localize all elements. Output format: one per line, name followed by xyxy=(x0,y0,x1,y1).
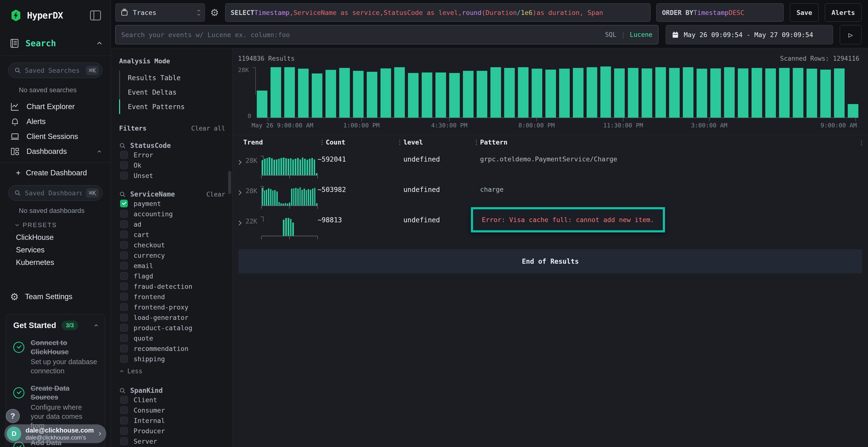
date-range-picker[interactable]: May 26 09:09:54 - May 27 09:09:54 xyxy=(666,25,833,44)
filter-clear-link[interactable]: Clear xyxy=(207,191,225,198)
filter-option-flagd[interactable]: flagd xyxy=(119,271,225,281)
sidebar-item-team-settings[interactable]: Team Settings xyxy=(0,289,111,304)
filters-scrollbar-thumb[interactable] xyxy=(228,171,231,194)
filters-clear-all-link[interactable]: Clear all xyxy=(191,125,225,132)
highlighted-pattern-box[interactable]: Error: Visa cache full: cannot add new i… xyxy=(471,207,665,232)
chevron-up-icon[interactable] xyxy=(97,42,101,46)
event-search-input[interactable] xyxy=(121,31,600,38)
sidebar-item-search[interactable]: Search xyxy=(0,31,111,56)
filter-option-product-catalog[interactable]: product-catalog xyxy=(119,323,225,333)
create-dashboard-button[interactable]: + Create Dashboard xyxy=(0,165,111,181)
chevron-up-icon[interactable] xyxy=(98,150,101,154)
pattern-row[interactable]: 22K~98813undefinedError: Visa cache full… xyxy=(236,213,865,240)
column-header-count[interactable]: Count xyxy=(317,138,395,146)
checkbox-unchecked[interactable] xyxy=(120,262,128,270)
filter-option-load-generator[interactable]: load-generator xyxy=(119,312,225,322)
filter-option-client[interactable]: Client xyxy=(119,395,225,405)
preset-services[interactable]: Services xyxy=(0,244,111,256)
checkbox-unchecked[interactable] xyxy=(120,334,128,342)
pattern-row[interactable]: 28K~592041undefinedgrpc.oteldemo.Payment… xyxy=(236,152,865,179)
presets-toggle[interactable]: PRESETS xyxy=(16,221,111,229)
filter-option-checkout[interactable]: checkout xyxy=(119,240,225,250)
filter-option-internal[interactable]: Internal xyxy=(119,415,225,425)
user-menu[interactable]: D dale@clickhouse.com dale@clickhouse.co… xyxy=(4,424,106,443)
alerts-button[interactable]: Alerts xyxy=(825,3,862,22)
checkbox-unchecked[interactable] xyxy=(120,210,128,218)
preset-kubernetes[interactable]: Kubernetes xyxy=(0,256,111,269)
filter-option-server[interactable]: Server xyxy=(119,436,225,446)
filter-option-error[interactable]: Error xyxy=(119,150,225,160)
filter-option-ad[interactable]: ad xyxy=(119,219,225,229)
language-sql-toggle[interactable]: SQL xyxy=(605,31,616,38)
source-select[interactable]: Traces xyxy=(115,3,205,22)
column-header-pattern[interactable]: Pattern xyxy=(472,138,865,146)
column-header-trend[interactable]: Trend xyxy=(236,138,317,146)
saved-dashboards-input[interactable]: Saved Dashboards ⌘K xyxy=(8,185,102,201)
sql-select-editor[interactable]: SELECT Timestamp, ServiceName as service… xyxy=(225,3,651,22)
filter-option-fraud-detection[interactable]: fraud-detection xyxy=(119,281,225,291)
filter-option-frontend[interactable]: frontend xyxy=(119,291,225,302)
checkbox-checked[interactable] xyxy=(120,200,128,207)
filter-option-unset[interactable]: Unset xyxy=(119,171,225,181)
filter-option-consumer[interactable]: Consumer xyxy=(119,405,225,415)
checkbox-unchecked[interactable] xyxy=(120,293,128,301)
filter-option-currency[interactable]: currency xyxy=(119,250,225,260)
sidebar-item-chart-explorer[interactable]: Chart Explorer xyxy=(0,99,111,114)
run-query-button[interactable] xyxy=(840,25,862,44)
event-search-box[interactable]: SQL | Lucene xyxy=(115,25,658,44)
help-button[interactable]: ? xyxy=(6,409,20,423)
filter-option-quote[interactable]: quote xyxy=(119,333,225,343)
checkbox-unchecked[interactable] xyxy=(120,303,128,311)
column-header-level[interactable]: level xyxy=(395,138,472,146)
column-handle-icon[interactable]: ⋮ xyxy=(858,139,865,146)
checkbox-unchecked[interactable] xyxy=(120,161,128,169)
row-expand-chevron[interactable] xyxy=(237,220,242,226)
sidebar-item-dashboards[interactable]: Dashboards xyxy=(0,144,111,159)
histogram-plot[interactable] xyxy=(257,66,858,118)
checkbox-unchecked[interactable] xyxy=(120,345,128,352)
filter-option-email[interactable]: email xyxy=(119,261,225,271)
saved-searches-input[interactable]: Saved Searches ⌘K xyxy=(8,63,102,78)
sidebar-item-alerts[interactable]: Alerts xyxy=(0,114,111,129)
save-button[interactable]: Save xyxy=(790,3,818,22)
sidebar-item-client-sessions[interactable]: Client Sessions xyxy=(0,129,111,144)
filter-option-frontend-proxy[interactable]: frontend-proxy xyxy=(119,302,225,312)
language-lucene-toggle[interactable]: Lucene xyxy=(630,31,652,38)
analysis-mode-results-table[interactable]: Results Table xyxy=(119,71,225,85)
checkbox-unchecked[interactable] xyxy=(120,220,128,228)
source-settings-button[interactable] xyxy=(210,3,219,22)
checkbox-unchecked[interactable] xyxy=(120,241,128,249)
checkbox-unchecked[interactable] xyxy=(120,282,128,290)
checkbox-unchecked[interactable] xyxy=(120,172,128,179)
checkbox-unchecked[interactable] xyxy=(120,272,128,280)
sql-orderby-editor[interactable]: ORDER BY Timestamp DESC xyxy=(656,3,784,22)
show-less-toggle[interactable]: Less xyxy=(119,365,225,377)
checkbox-unchecked[interactable] xyxy=(120,231,128,238)
get-started-item[interactable]: Connect to ClickHouseSet up your databas… xyxy=(13,338,97,376)
checkbox-unchecked[interactable] xyxy=(120,417,128,424)
checkbox-unchecked[interactable] xyxy=(120,324,128,332)
sidebar-collapse-icon[interactable] xyxy=(90,10,101,21)
row-expand-chevron[interactable] xyxy=(237,160,242,165)
checkbox-unchecked[interactable] xyxy=(120,427,128,435)
filter-option-ok[interactable]: Ok xyxy=(119,160,225,170)
checkbox-unchecked[interactable] xyxy=(120,251,128,259)
analysis-mode-event-patterns[interactable]: Event Patterns xyxy=(119,100,225,114)
checkbox-unchecked[interactable] xyxy=(120,437,128,445)
filter-option-cart[interactable]: cart xyxy=(119,230,225,240)
chevron-up-icon[interactable] xyxy=(94,324,98,328)
checkbox-unchecked[interactable] xyxy=(120,151,128,159)
checkbox-unchecked[interactable] xyxy=(120,355,128,363)
row-expand-chevron[interactable] xyxy=(237,190,242,195)
filter-option-producer[interactable]: Producer xyxy=(119,426,225,436)
checkbox-unchecked[interactable] xyxy=(120,396,128,404)
filter-option-payment[interactable]: payment xyxy=(119,199,225,209)
pattern-row[interactable]: 28K~503982undefinedcharge xyxy=(236,183,865,209)
preset-clickhouse[interactable]: ClickHouse xyxy=(0,231,111,244)
analysis-mode-event-deltas[interactable]: Event Deltas xyxy=(119,85,225,100)
get-started-header[interactable]: Get Started 3/3 xyxy=(13,320,97,330)
filter-option-shipping[interactable]: shipping xyxy=(119,354,225,364)
filter-option-accounting[interactable]: accounting xyxy=(119,209,225,219)
checkbox-unchecked[interactable] xyxy=(120,406,128,414)
checkbox-unchecked[interactable] xyxy=(120,314,128,321)
